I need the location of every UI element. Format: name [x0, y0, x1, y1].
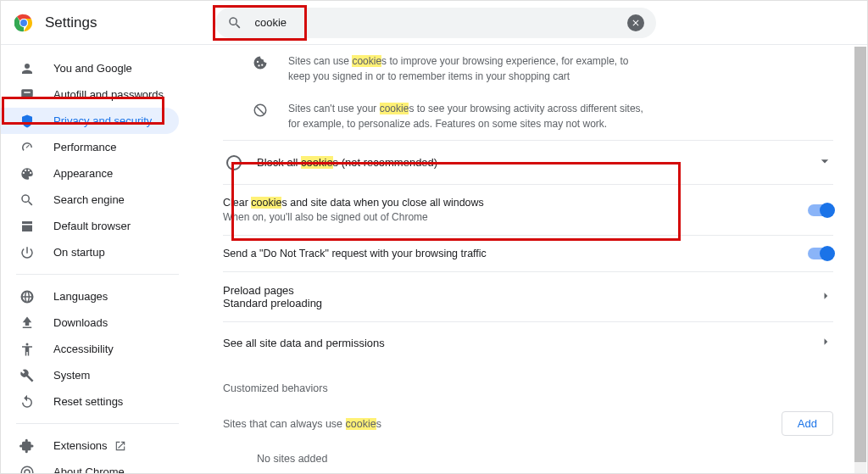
setting-do-not-track: Send a "Do Not Track" request with your … — [223, 235, 833, 271]
browser-icon — [19, 219, 35, 234]
cookie-icon — [253, 55, 270, 84]
section-customized-behaviors: Customized behaviors — [223, 364, 833, 401]
divider — [16, 274, 179, 275]
content-area: Sites can use cookies to improve your br… — [198, 45, 867, 473]
info-allow-cookies: Sites can use cookies to improve your br… — [223, 45, 833, 92]
sidebar-item-extensions[interactable]: Extensions — [1, 432, 179, 459]
sidebar-label: Autofill and passwords — [53, 88, 164, 101]
row-preload-pages[interactable]: Preload pages Standard preloading — [223, 271, 833, 321]
sidebar-item-system[interactable]: System — [1, 362, 179, 388]
search-icon — [19, 192, 35, 208]
shield-icon — [19, 114, 35, 129]
svg-point-5 — [25, 470, 30, 475]
chevron-down-icon[interactable] — [816, 153, 833, 172]
search-icon — [227, 15, 242, 31]
svg-line-7 — [257, 107, 264, 114]
sidebar-label: Search engine — [53, 193, 125, 206]
chevron-right-icon — [818, 288, 833, 306]
info-block-cookies: Sites can't use your cookies to see your… — [223, 92, 833, 140]
search-input[interactable] — [254, 16, 627, 29]
svg-point-2 — [20, 20, 27, 26]
sidebar-label: Default browser — [53, 220, 131, 232]
clear-search-icon[interactable] — [627, 14, 644, 31]
speedometer-icon — [19, 140, 35, 155]
download-icon — [19, 315, 35, 331]
sidebar-item-search-engine[interactable]: Search engine — [1, 187, 179, 213]
restore-icon — [19, 394, 35, 410]
sidebar-item-on-startup[interactable]: On startup — [1, 239, 179, 265]
toggle-do-not-track[interactable] — [808, 248, 833, 259]
search-bar[interactable] — [215, 8, 656, 38]
sidebar-label: Accessibility — [53, 343, 114, 355]
sidebar-label: Downloads — [53, 316, 108, 329]
sidebar-label: About Chrome — [53, 466, 125, 474]
sidebar-item-privacy[interactable]: Privacy and security — [1, 108, 179, 134]
sidebar: You and Google Autofill and passwords Pr… — [1, 45, 198, 473]
sidebar-label: System — [53, 369, 90, 382]
autofill-icon — [19, 87, 35, 103]
sidebar-label: Extensions — [53, 439, 108, 452]
wrench-icon — [19, 368, 35, 383]
extension-icon — [19, 438, 35, 454]
palette-icon — [19, 166, 35, 181]
chrome-logo-icon — [14, 14, 33, 32]
chrome-outline-icon — [19, 465, 35, 475]
sidebar-item-languages[interactable]: Languages — [1, 283, 179, 309]
chevron-right-icon — [818, 334, 833, 352]
divider — [16, 423, 179, 424]
sidebar-item-accessibility[interactable]: Accessibility — [1, 336, 179, 362]
add-button[interactable]: Add — [782, 411, 833, 436]
svg-point-4 — [21, 466, 33, 474]
sidebar-label: Privacy and security — [53, 114, 152, 127]
person-icon — [19, 61, 35, 76]
sidebar-item-reset[interactable]: Reset settings — [1, 388, 179, 415]
no-sites-text: No sites added — [223, 446, 833, 473]
scrollbar-thumb[interactable] — [854, 47, 866, 462]
sidebar-item-default-browser[interactable]: Default browser — [1, 213, 179, 239]
sidebar-item-performance[interactable]: Performance — [1, 134, 179, 160]
sidebar-label: On startup — [53, 246, 105, 259]
sidebar-item-autofill[interactable]: Autofill and passwords — [1, 81, 179, 108]
sidebar-label: Performance — [53, 141, 116, 153]
toggle-clear-on-close[interactable] — [808, 204, 833, 216]
sidebar-label: Appearance — [53, 167, 113, 180]
external-link-icon — [114, 440, 126, 452]
radio-block-all-cookies[interactable]: Block all cookies (not recommended) — [223, 140, 833, 184]
sidebar-item-about[interactable]: About Chrome — [1, 459, 179, 474]
svg-point-3 — [26, 343, 29, 345]
setting-clear-on-close: Clear cookies and site data when you clo… — [223, 184, 833, 235]
row-see-all-site-data[interactable]: See all site data and permissions — [223, 321, 833, 364]
globe-icon — [19, 289, 35, 304]
sidebar-label: Languages — [53, 290, 108, 303]
power-icon — [19, 245, 35, 260]
sidebar-item-you-and-google[interactable]: You and Google — [1, 55, 179, 81]
accessibility-icon — [19, 342, 35, 357]
row-sites-always-use: Sites that can always use cookies Add — [223, 401, 833, 446]
sidebar-item-appearance[interactable]: Appearance — [1, 160, 179, 187]
sidebar-item-downloads[interactable]: Downloads — [1, 309, 179, 336]
sidebar-label: You and Google — [53, 62, 132, 75]
page-title: Settings — [45, 14, 97, 31]
sidebar-label: Reset settings — [53, 395, 123, 408]
radio-icon — [226, 155, 242, 170]
block-icon — [253, 103, 270, 131]
